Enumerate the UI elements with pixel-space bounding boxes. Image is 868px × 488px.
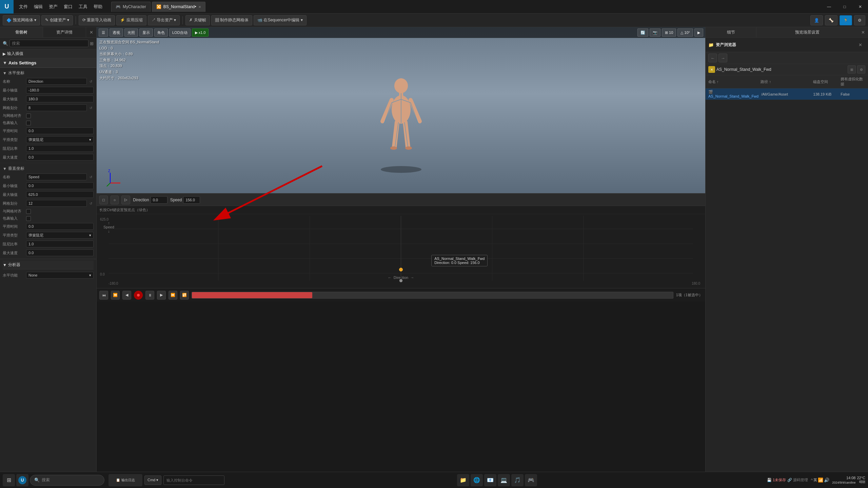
- tab-mycharacter[interactable]: 🎮 MyCharacter: [111, 2, 151, 12]
- console-input[interactable]: [163, 475, 224, 485]
- skeleton-tree-tab[interactable]: 骨骼树: [0, 27, 43, 37]
- settings-button[interactable]: ⚙: [854, 15, 865, 25]
- viewport-play-button[interactable]: ▶ x1.0: [192, 28, 209, 37]
- v-max-input[interactable]: [26, 191, 94, 198]
- keyframe-button[interactable]: ✗ 关键帧: [185, 15, 210, 25]
- graph-circle-button[interactable]: ○: [111, 196, 119, 204]
- nav-back-button[interactable]: ←: [708, 54, 717, 62]
- v-grid-input[interactable]: [26, 200, 87, 207]
- viewport-camera-icon[interactable]: 📷: [650, 28, 660, 37]
- search-input[interactable]: [9, 40, 88, 47]
- export-asset-button[interactable]: ↗ 导出资产 ▾: [148, 15, 180, 25]
- h-snap-checkbox[interactable]: [26, 114, 31, 118]
- speed-param-input[interactable]: [183, 196, 200, 204]
- music-icon[interactable]: 🎵: [511, 474, 524, 486]
- h-name-reset[interactable]: ↺: [88, 79, 94, 84]
- game-icon[interactable]: 🎮: [525, 474, 537, 486]
- step-forward-button[interactable]: ⏩: [169, 291, 177, 300]
- viewport-show-button[interactable]: 显示: [139, 28, 153, 37]
- input-interpolation-section[interactable]: ▶ 输入插值: [0, 49, 96, 58]
- horizontal-axis-header[interactable]: ▼ 水平坐标: [3, 69, 94, 77]
- graph-select-button[interactable]: □: [99, 196, 108, 204]
- preview-mesh-button[interactable]: 🔷 预览网格体 ▾: [3, 15, 40, 25]
- viewport-menu-button[interactable]: ☰: [99, 28, 108, 37]
- v-interp-dropdown[interactable]: 弹簧阻尼 ▾: [26, 232, 94, 239]
- menu-window[interactable]: 窗口: [61, 2, 75, 11]
- h-grid-reset[interactable]: ↺: [88, 105, 94, 110]
- table-row[interactable]: 🎬 AS_Normal_Stand_Walk_Fwd /All/Game/Ass…: [706, 88, 868, 100]
- h-grid-input[interactable]: [26, 104, 87, 111]
- v-smooth-input[interactable]: [26, 223, 94, 230]
- h-clamp-checkbox[interactable]: [26, 121, 31, 125]
- details-panel-button[interactable]: 👤: [810, 15, 823, 25]
- source-control[interactable]: 🔗 源码管理: [787, 477, 808, 483]
- graph-content[interactable]: 625.0 0.0 -180.0 180.0 ↑ Speed ↓ ← Direc…: [97, 214, 705, 288]
- viewport-angle-button[interactable]: △ 10°: [677, 28, 693, 37]
- viewport-perspective-button[interactable]: 透视: [110, 28, 123, 37]
- record-button[interactable]: [134, 291, 143, 300]
- viewport[interactable]: ☰ 透视 光照 显示 角色 LOD自动 ▶ x1.0 🔄 📷 ⊞ 10 △ 10…: [97, 27, 705, 193]
- menu-help[interactable]: 帮助: [91, 2, 105, 11]
- create-asset-button[interactable]: ✎ 创建资产 ▾: [41, 15, 73, 25]
- asset-details-tab[interactable]: 资产详情: [43, 27, 86, 37]
- skip-to-start-button[interactable]: ⏮: [99, 291, 108, 300]
- graph-play-button[interactable]: ▷: [121, 196, 130, 204]
- h-max-input[interactable]: [26, 96, 94, 102]
- viewport-lod-button[interactable]: LOD自动: [169, 28, 191, 37]
- menu-asset[interactable]: 资产: [46, 2, 60, 11]
- h-interp-dropdown[interactable]: 弹簧阻尼 ▾: [26, 136, 94, 143]
- axis-settings-header[interactable]: ▼ Axis Settings: [0, 58, 96, 68]
- timeline-bar[interactable]: [192, 292, 673, 299]
- h-func-dropdown[interactable]: None ▾: [26, 272, 94, 279]
- close-button[interactable]: ✕: [852, 0, 868, 14]
- menu-edit[interactable]: 编辑: [31, 2, 45, 11]
- minimize-button[interactable]: —: [821, 0, 837, 14]
- settings-button2[interactable]: ⚙: [857, 65, 865, 74]
- h-speed-input[interactable]: [26, 154, 94, 161]
- panel-close-button[interactable]: ✕: [86, 27, 96, 37]
- menu-tools[interactable]: 工具: [76, 2, 90, 11]
- start-button[interactable]: ⊞: [3, 474, 15, 486]
- menu-file[interactable]: 文件: [16, 2, 31, 11]
- vertical-axis-header[interactable]: ▼ 垂直坐标: [3, 165, 94, 172]
- v-damp-input[interactable]: [26, 241, 94, 247]
- frame-back-button[interactable]: ◀: [122, 291, 131, 300]
- v-clamp-checkbox[interactable]: [26, 216, 31, 221]
- filter-button[interactable]: ⊞: [848, 65, 856, 74]
- v-name-reset[interactable]: ↺: [88, 174, 94, 180]
- analysis-header[interactable]: ▼ 分析器: [3, 261, 94, 269]
- content-browser-icon[interactable]: 📋 输出日志: [108, 474, 142, 486]
- viewport-character-button[interactable]: 角色: [154, 28, 168, 37]
- file-explorer-icon[interactable]: 📁: [457, 474, 469, 486]
- maximize-button[interactable]: □: [837, 0, 852, 14]
- apply-compression-button[interactable]: ⚡ 应用压缩: [116, 15, 146, 25]
- loop-button[interactable]: 🔁: [180, 291, 189, 300]
- h-smooth-input[interactable]: [26, 127, 94, 134]
- reimport-button[interactable]: ⟳ 重新导入动画: [79, 15, 115, 25]
- h-min-input[interactable]: [26, 87, 94, 94]
- viewport-more-button[interactable]: ▶: [694, 28, 703, 37]
- v-name-input[interactable]: [26, 174, 87, 180]
- nav-forward-button[interactable]: →: [718, 54, 727, 62]
- asset-browser-close-button[interactable]: ✕: [855, 40, 865, 50]
- pose-button[interactable]: 🏃: [840, 15, 852, 25]
- direction-param-input[interactable]: [151, 196, 167, 204]
- h-name-input[interactable]: [26, 78, 87, 85]
- step-back-button[interactable]: ⏪: [111, 291, 120, 300]
- grid-view-icon[interactable]: ⊞: [90, 41, 94, 46]
- details-tab[interactable]: 细节: [706, 27, 756, 37]
- unsaved-indicator[interactable]: 💾 1未保存: [767, 477, 786, 483]
- rig-button[interactable]: 🦴: [825, 15, 837, 25]
- tray-up-icon[interactable]: ^: [811, 477, 813, 483]
- tab2-close[interactable]: ✕: [198, 5, 201, 9]
- mail-icon[interactable]: 📧: [484, 474, 496, 486]
- v-snap-checkbox[interactable]: [26, 209, 31, 214]
- v-min-input[interactable]: [26, 182, 94, 189]
- h-damp-input[interactable]: [26, 145, 94, 152]
- taskbar-ue-icon[interactable]: U: [16, 474, 28, 486]
- right-panel-close-button[interactable]: ✕: [858, 27, 868, 37]
- make-static-mesh-button[interactable]: ▦ 制作静态网格体: [211, 15, 252, 25]
- browser-icon[interactable]: 🌐: [471, 474, 483, 486]
- viewport-refresh-icon[interactable]: 🔄: [637, 28, 648, 37]
- v-grid-reset[interactable]: ↺: [88, 201, 94, 206]
